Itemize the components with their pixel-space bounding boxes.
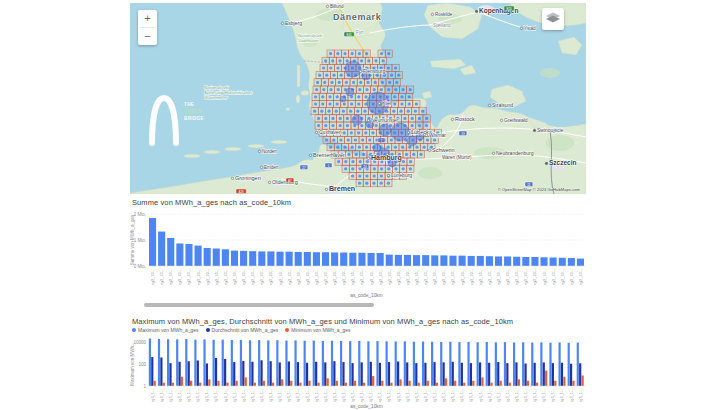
bar-durchschnitt[interactable] [443, 362, 445, 386]
bar[interactable] [167, 238, 174, 266]
grid-cell-marker[interactable] [332, 74, 335, 77]
grid-cell-marker[interactable] [365, 174, 368, 177]
bar-maximum[interactable] [395, 342, 397, 386]
bar-durchschnitt[interactable] [242, 361, 244, 386]
grid-cell-marker[interactable] [347, 153, 350, 156]
bar-maximum[interactable] [449, 342, 451, 386]
bar-durchschnitt[interactable] [488, 363, 490, 386]
grid-cell-marker[interactable] [380, 182, 383, 185]
bar-maximum[interactable] [176, 339, 178, 386]
grid-cell-marker[interactable] [400, 102, 403, 105]
grid-cell-marker[interactable] [401, 146, 404, 149]
bar[interactable] [531, 257, 538, 266]
legend-item[interactable]: Maximum von MWh_a_ges [132, 327, 199, 333]
bar-minimum[interactable] [199, 383, 201, 386]
grid-cell-marker[interactable] [339, 124, 342, 127]
map-layers-button[interactable] [542, 8, 564, 30]
bar[interactable] [331, 252, 338, 266]
grid-cell-marker[interactable] [366, 81, 369, 84]
grid-cell-marker[interactable] [343, 146, 346, 149]
bar-durchschnitt[interactable] [179, 362, 181, 386]
bar-durchschnitt[interactable] [206, 364, 208, 386]
grid-cell-marker[interactable] [322, 88, 325, 91]
bar-durchschnitt[interactable] [424, 363, 426, 386]
grid-cell-marker[interactable] [387, 52, 390, 55]
bar-maximum[interactable] [231, 340, 233, 386]
bar-maximum[interactable] [431, 342, 433, 386]
map-visual[interactable]: DänemarkNationalparkVadehavetNationalpar… [130, 3, 586, 194]
map-zoom-out-button[interactable]: − [138, 28, 157, 45]
bar-maximum[interactable] [167, 339, 169, 386]
data-bubble[interactable] [391, 123, 409, 141]
bar-maximum[interactable] [495, 342, 497, 386]
bar[interactable] [322, 252, 329, 266]
grid-cell-marker[interactable] [373, 88, 376, 91]
bar-maximum[interactable] [285, 341, 287, 386]
grid-cell-marker[interactable] [380, 88, 383, 91]
bar-minimum[interactable] [154, 381, 156, 386]
grid-cell-marker[interactable] [383, 74, 386, 77]
bar-minimum[interactable] [226, 383, 228, 386]
grid-cell-marker[interactable] [390, 74, 393, 77]
grid-cell-marker[interactable] [362, 153, 365, 156]
grid-cell-marker[interactable] [350, 102, 353, 105]
bar-durchschnitt[interactable] [151, 357, 153, 386]
bar-maximum[interactable] [185, 339, 187, 386]
grid-cell-marker[interactable] [357, 95, 360, 98]
bar-minimum[interactable] [363, 383, 365, 386]
grid-cell-marker[interactable] [339, 117, 342, 120]
bar-minimum[interactable] [545, 371, 547, 386]
bar-minimum[interactable] [472, 381, 474, 386]
grid-cell-marker[interactable] [358, 146, 361, 149]
grid-cell-marker[interactable] [411, 117, 414, 120]
grid-cell-marker[interactable] [411, 124, 414, 127]
bar-maximum[interactable] [294, 340, 296, 386]
bar[interactable] [176, 243, 183, 266]
bar-maximum[interactable] [568, 343, 570, 386]
bar-maximum[interactable] [386, 341, 388, 386]
bar-durchschnitt[interactable] [233, 362, 235, 386]
bar[interactable] [313, 252, 320, 266]
map-zoom-in-button[interactable]: + [138, 10, 157, 27]
bar-maximum[interactable] [304, 341, 306, 386]
bar-maximum[interactable] [540, 342, 542, 386]
grid-cell-marker[interactable] [328, 102, 331, 105]
bar[interactable] [149, 218, 156, 266]
grid-cell-marker[interactable] [335, 110, 338, 113]
bar-minimum[interactable] [317, 383, 319, 386]
grid-cell-marker[interactable] [354, 138, 357, 141]
bar[interactable] [449, 256, 456, 266]
bar-durchschnitt[interactable] [397, 361, 399, 386]
grid-cell-marker[interactable] [317, 117, 320, 120]
bar-maximum[interactable] [258, 340, 260, 386]
grid-cell-marker[interactable] [344, 160, 347, 163]
grid-cell-marker[interactable] [338, 59, 341, 62]
bar-minimum[interactable] [190, 381, 192, 386]
grid-cell-marker[interactable] [395, 81, 398, 84]
grid-cell-marker[interactable] [336, 146, 339, 149]
grid-cell-marker[interactable] [394, 88, 397, 91]
grid-cell-marker[interactable] [394, 66, 397, 69]
grid-cell-marker[interactable] [401, 88, 404, 91]
grid-cell-marker[interactable] [387, 66, 390, 69]
bar[interactable] [213, 249, 220, 266]
grid-cell-marker[interactable] [337, 88, 340, 91]
bar-maximum[interactable] [276, 340, 278, 386]
bar[interactable] [195, 246, 202, 266]
grid-cell-marker[interactable] [338, 81, 341, 84]
grid-cell-marker[interactable] [425, 124, 428, 127]
bar-durchschnitt[interactable] [215, 358, 217, 386]
grid-cell-marker[interactable] [315, 88, 318, 91]
bar-maximum[interactable] [522, 342, 524, 386]
data-bubble[interactable] [345, 61, 361, 77]
grid-cell-marker[interactable] [329, 52, 332, 55]
bar-minimum[interactable] [454, 381, 456, 386]
grid-cell-marker[interactable] [340, 74, 343, 77]
grid-cell-marker[interactable] [331, 117, 334, 120]
grid-cell-marker[interactable] [314, 102, 317, 105]
grid-cell-marker[interactable] [346, 59, 349, 62]
grid-cell-marker[interactable] [343, 131, 346, 134]
grid-cell-marker[interactable] [365, 146, 368, 149]
grid-cell-marker[interactable] [316, 81, 319, 84]
grid-cell-marker[interactable] [364, 131, 367, 134]
